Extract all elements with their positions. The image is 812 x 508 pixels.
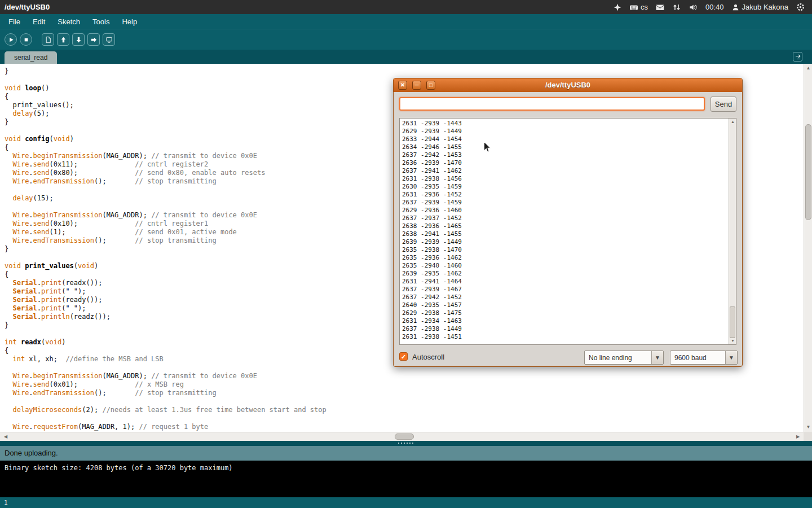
scroll-up-arrow-icon[interactable]: ▲ [804, 65, 812, 72]
code-line: Wire.send(0x01); // x MSB reg [5, 380, 804, 389]
serial-value-line: 2637 -2938 -1449 [400, 325, 736, 333]
autoscroll-checkbox[interactable]: ✓ [399, 352, 408, 361]
open-sketch-button[interactable] [57, 33, 69, 46]
serial-output-list[interactable]: 2631 -2939 -14432629 -2939 -14492633 -29… [399, 118, 736, 345]
dropdown-arrow-icon[interactable]: ▼ [651, 351, 663, 364]
baud-rate-value: 9600 baud [674, 354, 707, 362]
menu-file[interactable]: File [2, 15, 27, 28]
user-menu[interactable]: Jakub Kakona [731, 3, 788, 12]
editor-horizontal-scrollbar[interactable]: ◀ ▶ [0, 432, 804, 441]
scroll-right-arrow-icon[interactable]: ▶ [794, 432, 802, 441]
serial-value-line: 2637 -2942 -1452 [400, 294, 736, 301]
editor-console-splitter[interactable] [0, 441, 812, 446]
vertical-scroll-thumb[interactable] [805, 124, 811, 220]
volume-icon[interactable] [689, 3, 698, 12]
verify-button[interactable] [5, 33, 17, 46]
serial-value-line: 2639 -2939 -1449 [400, 238, 736, 246]
top-panel: /dev/ttyUSB0 cs 00:40 Jakub Kakona [0, 0, 812, 14]
arrow-down-icon [74, 36, 83, 44]
keyboard-layout-indicator[interactable]: cs [629, 3, 648, 12]
line-ending-dropdown[interactable]: No line ending ▼ [584, 351, 664, 365]
upload-button[interactable] [87, 33, 100, 46]
serial-value-line: 2633 -2944 -1454 [400, 135, 736, 143]
play-icon [7, 36, 15, 44]
serial-scroll-down-icon[interactable]: ▼ [729, 338, 736, 344]
clock[interactable]: 00:40 [705, 3, 724, 11]
window-controls: ✕ ─ □ [398, 81, 435, 90]
stop-button[interactable] [20, 33, 32, 46]
autoscroll-label: Autoscroll [412, 353, 444, 361]
editor-vertical-scrollbar[interactable]: ▲ ▼ [804, 64, 812, 432]
network-icon[interactable] [672, 3, 681, 12]
serial-value-line: 2637 -2937 -1452 [400, 214, 736, 222]
serial-value-line: 2629 -2938 -1475 [400, 309, 736, 317]
desktop: /dev/ttyUSB0 cs 00:40 Jakub Kakona FileE… [0, 0, 812, 508]
tab-menu-button[interactable] [793, 52, 802, 62]
arrow-up-icon [59, 36, 68, 44]
mail-icon[interactable] [655, 3, 665, 12]
scroll-left-arrow-icon[interactable]: ◀ [2, 432, 10, 441]
serial-value-line: 2631 -2934 -1463 [400, 317, 736, 325]
user-name-label: Jakub Kakona [742, 3, 788, 11]
serial-value-line: 2631 -2941 -1464 [400, 278, 736, 286]
serial-value-line: 2638 -2936 -1465 [400, 222, 736, 230]
tab-serial-read[interactable]: serial_read [5, 51, 57, 64]
session-gear-icon[interactable] [796, 2, 805, 12]
code-line: Wire.requestFrom(MAG_ADDR, 1); // reques… [5, 423, 804, 431]
scrollbar-corner [804, 432, 812, 441]
line-ending-value: No line ending [589, 354, 632, 362]
stop-icon [22, 36, 30, 44]
line-number: 1 [4, 499, 8, 506]
serial-scrollbar[interactable]: ▲ ▼ [729, 119, 736, 344]
menu-tools[interactable]: Tools [86, 15, 116, 28]
menu-sketch[interactable]: Sketch [51, 15, 86, 28]
keyboard-icon [629, 3, 638, 12]
serial-value-line: 2635 -2938 -1470 [400, 246, 736, 254]
serial-monitor-title: /dev/ttyUSB0 [394, 78, 742, 92]
serial-value-line: 2637 -2939 -1459 [400, 199, 736, 207]
new-sketch-button[interactable] [42, 33, 54, 46]
serial-value-line: 2638 -2941 -1455 [400, 230, 736, 238]
serial-value-line: 2640 -2935 -1457 [400, 301, 736, 309]
serial-value-line: 2629 -2936 -1460 [400, 207, 736, 214]
page-icon [44, 36, 52, 44]
console-line: Binary sketch size: 4208 bytes (of a 307… [5, 464, 807, 472]
window-minimize-button[interactable]: ─ [412, 81, 421, 90]
code-line: } [5, 67, 804, 76]
baud-rate-dropdown[interactable]: 9600 baud ▼ [670, 351, 738, 365]
code-line: delayMicroseconds(2); //needs at least 1… [5, 406, 804, 414]
serial-monitor-button[interactable] [103, 33, 115, 46]
serial-value-line: 2631 -2936 -1452 [400, 191, 736, 199]
window-close-button[interactable]: ✕ [398, 81, 407, 90]
serial-monitor-titlebar[interactable]: ✕ ─ □ /dev/ttyUSB0 [394, 78, 742, 92]
serial-value-line: 2634 -2946 -1455 [400, 143, 736, 151]
window-maximize-button[interactable]: □ [426, 81, 435, 90]
toolbar [0, 29, 812, 50]
serial-send-input[interactable] [399, 97, 705, 111]
code-line [5, 414, 804, 423]
user-icon [731, 3, 740, 12]
line-indicator-bar: 1 [0, 497, 812, 508]
serial-scroll-up-icon[interactable]: ▲ [729, 119, 736, 125]
serial-value-line: 2637 -2941 -1462 [400, 167, 736, 175]
serial-monitor-window: ✕ ─ □ /dev/ttyUSB0 Send 2631 -2939 -1443… [393, 78, 743, 367]
serial-value-line: 2631 -2938 -1456 [400, 175, 736, 183]
menu-edit[interactable]: Edit [27, 15, 51, 28]
indicator-applet-icon[interactable] [613, 3, 622, 12]
dropdown-arrow-icon[interactable]: ▼ [725, 351, 737, 364]
keyboard-layout-label: cs [641, 3, 648, 11]
send-button[interactable]: Send [710, 97, 736, 112]
console-output: Binary sketch size: 4208 bytes (of a 307… [0, 461, 812, 497]
serial-value-line: 2631 -2938 -1451 [400, 333, 736, 341]
serial-value-line: 2639 -2935 -1462 [400, 270, 736, 278]
serial-value-line: 2630 -2935 -1459 [400, 183, 736, 191]
horizontal-scroll-thumb[interactable] [395, 433, 414, 440]
save-sketch-button[interactable] [72, 33, 85, 46]
code-line: Wire.endTransmission(); // stop transmit… [5, 389, 804, 397]
monitor-icon [105, 36, 113, 44]
scroll-down-arrow-icon[interactable]: ▼ [804, 424, 812, 431]
serial-scroll-thumb[interactable] [730, 306, 735, 338]
serial-values-container: 2631 -2939 -14432629 -2939 -14492633 -29… [400, 119, 736, 341]
code-line [5, 397, 804, 406]
menu-help[interactable]: Help [116, 15, 143, 28]
